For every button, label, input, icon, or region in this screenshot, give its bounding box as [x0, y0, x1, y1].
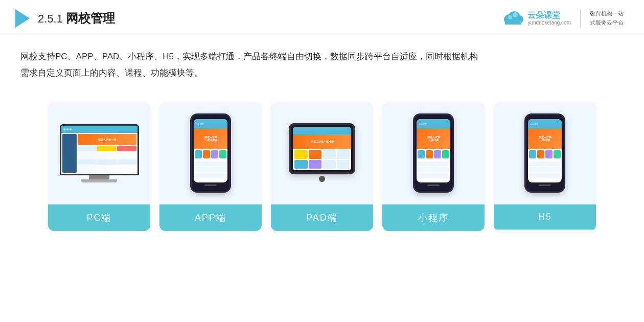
page-title: 网校管理: [66, 10, 115, 27]
device-miniprogram: 云朵课堂 招进人才第一课冲课: [413, 113, 454, 193]
svg-point-5: [513, 12, 518, 17]
card-pad-image: 招进人才第一课冲课: [271, 102, 373, 204]
card-app-image: 云朵课堂 招进人才第一课冲课课: [159, 102, 262, 204]
phone-body-h5: 云朵课堂 招进人才第一课冲课: [524, 113, 565, 193]
cards-container: 招进人才第一课: [0, 87, 644, 246]
title-prefix: 2.5.1: [38, 12, 63, 26]
logo-section: 云朵课堂 yunduoketang.com 教育机构一站 式服务云平台: [502, 9, 624, 28]
logo-slogan: 教育机构一站 式服务云平台: [590, 9, 624, 27]
description-line1: 网校支持PC、APP、PAD、小程序、H5，实现多端打通，产品各终端自由切换，数…: [20, 49, 624, 65]
phone-body-mini: 云朵课堂 招进人才第一课冲课: [413, 113, 454, 193]
logo-url: yunduoketang.com: [527, 20, 571, 26]
card-app: 云朵课堂 招进人才第一课冲课课: [159, 102, 262, 231]
logo-name: 云朵课堂: [527, 11, 560, 20]
arrow-icon: [15, 9, 30, 28]
svg-rect-3: [505, 19, 521, 25]
device-pad: 招进人才第一课冲课: [289, 123, 355, 183]
pc-monitor: 招进人才第一课: [60, 124, 139, 175]
device-pc: 招进人才第一课: [60, 124, 139, 182]
card-pc-label: PC端: [48, 204, 150, 231]
card-app-label: APP端: [159, 204, 262, 231]
logo-text: 云朵课堂 yunduoketang.com: [527, 11, 571, 26]
card-pad: 招进人才第一课冲课: [271, 102, 373, 231]
phone-body-app: 云朵课堂 招进人才第一课冲课课: [190, 113, 231, 193]
description-line2: 需求自定义页面上的内容、课程、功能模块等。: [20, 65, 624, 81]
card-pc-image: 招进人才第一课: [48, 102, 150, 204]
logo-divider: [580, 9, 581, 28]
card-pc: 招进人才第一课: [48, 102, 150, 231]
card-h5-label: H5: [494, 204, 596, 229]
card-miniprogram: 云朵课堂 招进人才第一课冲课: [382, 102, 485, 231]
title-section: 2.5.1 网校管理: [38, 10, 115, 27]
card-miniprogram-label: 小程序: [382, 204, 485, 231]
pad-body: 招进人才第一课冲课: [289, 123, 355, 174]
description-section: 网校支持PC、APP、PAD、小程序、H5，实现多端打通，产品各终端自由切换，数…: [0, 34, 644, 87]
logo-cloud: 云朵课堂 yunduoketang.com: [502, 9, 571, 28]
header-left: 2.5.1 网校管理: [15, 9, 115, 28]
card-pad-label: PAD端: [271, 204, 373, 231]
svg-point-4: [508, 15, 512, 19]
page-header: 2.5.1 网校管理 云朵课堂 yunduoketang.com: [0, 0, 644, 34]
device-app: 云朵课堂 招进人才第一课冲课课: [190, 113, 231, 193]
card-h5-image: 云朵课堂 招进人才第一课冲课: [494, 102, 596, 204]
card-miniprogram-image: 云朵课堂 招进人才第一课冲课: [382, 102, 485, 204]
logo-icon: [502, 9, 524, 28]
card-h5: 云朵课堂 招进人才第一课冲课: [494, 102, 596, 231]
device-h5: 云朵课堂 招进人才第一课冲课: [524, 113, 565, 193]
